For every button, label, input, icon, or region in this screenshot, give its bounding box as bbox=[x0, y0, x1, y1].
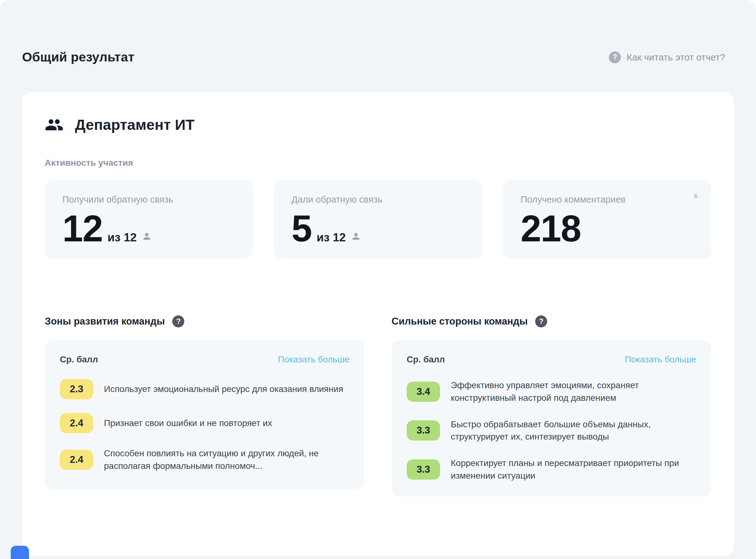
summary-card: Департамент ИТ Активность участия Получи… bbox=[22, 92, 734, 556]
score-column-label: Ср. балл bbox=[407, 355, 445, 364]
person-icon bbox=[142, 231, 152, 243]
team-name: Департамент ИТ bbox=[75, 116, 195, 133]
strengths-title: Сильные стороны команды bbox=[392, 316, 528, 327]
show-more-link[interactable]: Показать больше bbox=[278, 355, 349, 364]
strengths-section: Сильные стороны команды ? Ср. балл Показ… bbox=[392, 315, 711, 497]
chat-widget[interactable] bbox=[11, 546, 29, 559]
stat-card-gave-feedback: Дали обратную связь 5 из 12 bbox=[274, 180, 482, 259]
page-header: Общий результат ? Как читать этот отчет? bbox=[22, 50, 725, 65]
list-item: 3.3 Корректирует планы и пересматривает … bbox=[407, 457, 696, 482]
show-more-link[interactable]: Показать больше bbox=[625, 355, 696, 364]
score-badge: 3.3 bbox=[407, 420, 440, 441]
development-zones-help-icon[interactable]: ? bbox=[172, 315, 184, 328]
stat-label: Дали обратную связь bbox=[291, 195, 464, 205]
stat-card-comments-received: ? Получено комментариев 218 bbox=[503, 180, 711, 259]
score-badge: 3.4 bbox=[407, 382, 440, 402]
stat-suffix: из 12 bbox=[108, 231, 137, 244]
page-title: Общий результат bbox=[22, 50, 135, 65]
how-to-read-label: Как читать этот отчет? bbox=[626, 52, 725, 63]
stat-label: Получили обратную связь bbox=[62, 195, 235, 205]
question-icon: ? bbox=[609, 51, 621, 63]
person-icon bbox=[351, 231, 361, 243]
stat-value: 12 bbox=[62, 210, 102, 247]
how-to-read-link[interactable]: ? Как читать этот отчет? bbox=[609, 51, 725, 63]
stat-value: 5 bbox=[291, 210, 312, 247]
development-zones-card: Ср. балл Показать больше 2.3 Использует … bbox=[45, 340, 364, 489]
report-page: Общий результат ? Как читать этот отчет?… bbox=[0, 0, 756, 559]
stat-card-received-feedback: Получили обратную связь 12 из 12 bbox=[45, 180, 253, 259]
list-item: 2.4 Способен повлиять на ситуацию и друг… bbox=[60, 447, 349, 472]
score-badge: 3.3 bbox=[407, 460, 440, 479]
item-text: Эффективно управляет эмоциями, сохраняет… bbox=[451, 379, 693, 404]
score-badge: 2.3 bbox=[60, 379, 93, 399]
item-text: Корректирует планы и пересматривает прио… bbox=[451, 457, 693, 482]
score-column-label: Ср. балл bbox=[60, 355, 98, 364]
comments-help-icon[interactable]: ? bbox=[694, 193, 697, 198]
development-zones-section: Зоны развития команды ? Ср. балл Показат… bbox=[45, 315, 364, 497]
team-header: Департамент ИТ bbox=[45, 116, 711, 133]
list-item: 2.4 Признает свои ошибки и не повторяет … bbox=[60, 413, 349, 433]
list-item: 3.4 Эффективно управляет эмоциями, сохра… bbox=[407, 379, 696, 404]
analysis-columns: Зоны развития команды ? Ср. балл Показат… bbox=[45, 315, 711, 497]
item-text: Способен повлиять на ситуацию и других л… bbox=[104, 447, 346, 472]
activity-stats-row: Получили обратную связь 12 из 12 Дали об… bbox=[45, 180, 711, 259]
item-text: Быстро обрабатывает большие объемы данны… bbox=[451, 418, 693, 443]
strengths-card: Ср. балл Показать больше 3.4 Эффективно … bbox=[392, 340, 711, 497]
strengths-help-icon[interactable]: ? bbox=[535, 315, 547, 328]
score-badge: 2.4 bbox=[60, 413, 93, 433]
development-zones-title: Зоны развития команды bbox=[45, 316, 165, 327]
list-item: 3.3 Быстро обрабатывает большие объемы д… bbox=[407, 418, 696, 443]
item-text: Признает свои ошибки и не повторяет их bbox=[104, 417, 272, 429]
score-badge: 2.4 bbox=[60, 450, 93, 470]
stat-value: 218 bbox=[521, 210, 581, 247]
stat-label: Получено комментариев bbox=[521, 195, 694, 205]
activity-section-label: Активность участия bbox=[45, 158, 711, 168]
stat-suffix: из 12 bbox=[317, 231, 346, 244]
list-item: 2.3 Использует эмоциональный ресурс для … bbox=[60, 379, 349, 399]
item-text: Использует эмоциональный ресурс для оказ… bbox=[104, 383, 343, 396]
team-icon bbox=[45, 117, 64, 133]
